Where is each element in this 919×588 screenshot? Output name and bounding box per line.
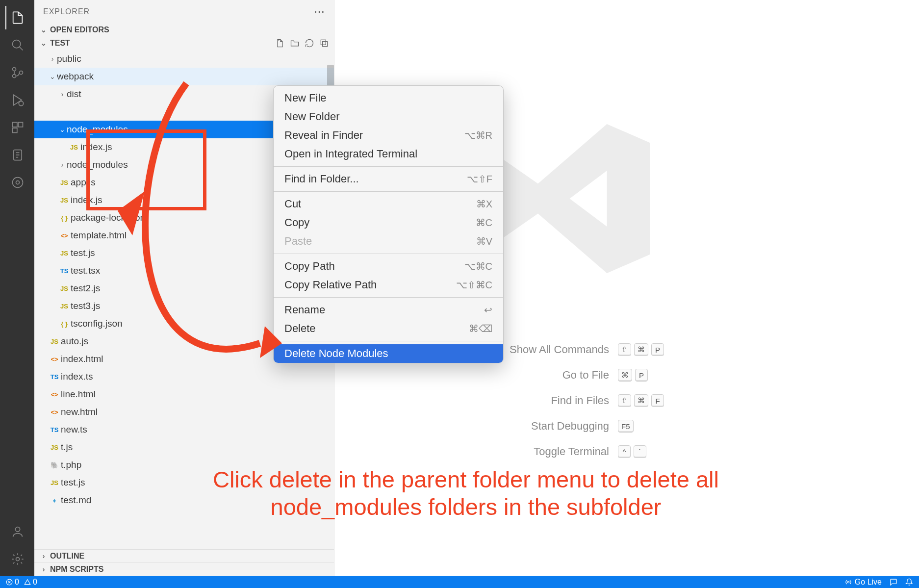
activity-scm-icon[interactable] [5,61,29,84]
welcome-find-files: Find in Files ⇧⌘F [467,394,664,407]
file-t-js[interactable]: JSt.js [34,438,334,456]
welcome-toggle-term: Toggle Terminal ^` [467,445,664,458]
menu-delete[interactable]: Delete⌘⌫ [274,319,503,338]
keyboard-key: ⌘ [634,394,648,407]
menu-cut[interactable]: Cut⌘X [274,195,503,213]
status-bell-icon[interactable] [905,578,913,586]
annotation-text: Click delete in the parent folder menu t… [74,466,858,521]
npm-scripts-section[interactable]: ›NPM SCRIPTS [34,562,334,576]
menu-new-folder[interactable]: New Folder [274,107,503,126]
menu-delete-node-modules[interactable]: Delete Node Modules [274,344,503,363]
keyboard-key: F [651,394,664,407]
status-go-live[interactable]: Go Live [845,578,882,587]
welcome-debug: Start Debugging F5 [467,420,664,433]
file-line-html[interactable]: <>line.html [34,385,334,403]
workspace-section[interactable]: ⌄TEST [34,36,334,50]
welcome-go-file: Go to File ⌘P [467,369,664,382]
svg-point-26 [847,581,849,583]
status-warnings[interactable]: 0 [24,578,37,587]
svg-point-5 [19,101,23,105]
menu-paste: Paste⌘V [274,232,503,251]
keyboard-key: ` [634,445,646,458]
svg-point-13 [13,178,23,188]
svg-rect-7 [18,123,23,127]
svg-line-1 [20,47,23,51]
explorer-header: EXPLORER ⋯ [34,0,334,24]
menu-copy-rel-path[interactable]: Copy Relative Path⌥⇧⌘C [274,276,503,294]
svg-rect-6 [13,123,17,127]
keyboard-key: ^ [618,445,631,458]
explorer-more-icon[interactable]: ⋯ [314,5,325,18]
svg-rect-20 [323,42,328,47]
context-menu: New File New Folder Reveal in Finder⌥⌘R … [273,85,504,363]
file-index-ts[interactable]: TSindex.ts [34,368,334,385]
keyboard-key: P [635,369,648,382]
activity-debug-icon[interactable] [5,88,29,112]
folder-public[interactable]: ›public [34,50,334,68]
outline-section[interactable]: ›OUTLINE [34,549,334,562]
svg-point-3 [13,75,16,78]
menu-open-terminal[interactable]: Open in Integrated Terminal [274,145,503,163]
new-folder-icon[interactable] [290,38,300,48]
outline-label: OUTLINE [50,552,84,561]
svg-rect-8 [13,128,17,132]
svg-point-4 [20,71,23,75]
activity-extensions-icon[interactable] [5,116,29,139]
keyboard-key: F5 [618,420,634,433]
svg-rect-19 [321,40,326,45]
svg-point-15 [15,527,20,532]
menu-find-folder[interactable]: Find in Folder...⌥⇧F [274,170,503,188]
keyboard-key: ⌘ [634,343,648,356]
svg-point-16 [16,558,20,561]
open-editors-section[interactable]: ⌄OPEN EDITORS [34,24,334,36]
status-feedback-icon[interactable] [890,578,897,586]
menu-new-file[interactable]: New File [274,89,503,107]
activity-bar [0,0,34,576]
menu-rename[interactable]: Rename↩ [274,301,503,319]
keyboard-key: ⇧ [618,343,631,356]
status-bar: 0 0 Go Live [0,576,919,588]
status-errors[interactable]: 0 [6,578,19,587]
keyboard-key: P [651,343,664,356]
refresh-icon[interactable] [305,38,314,48]
svg-point-14 [16,181,20,184]
menu-copy-path[interactable]: Copy Path⌥⌘C [274,257,503,276]
new-file-icon[interactable] [275,38,285,48]
file-new-html[interactable]: <>new.html [34,403,334,421]
activity-search-icon[interactable] [5,33,29,57]
file-new-ts[interactable]: TSnew.ts [34,421,334,438]
explorer-title: EXPLORER [43,7,90,16]
collapse-icon[interactable] [319,38,329,48]
menu-copy[interactable]: Copy⌘C [274,213,503,232]
npm-scripts-label: NPM SCRIPTS [50,565,103,574]
folder-webpack[interactable]: ⌄webpack [34,68,334,85]
menu-reveal-finder[interactable]: Reveal in Finder⌥⌘R [274,126,503,145]
keyboard-key: ⇧ [618,394,631,407]
workspace-label: TEST [50,39,70,48]
activity-explorer-icon[interactable] [5,6,29,29]
activity-gitlens-icon[interactable] [5,171,29,194]
svg-point-2 [13,68,16,71]
activity-settings-icon[interactable] [5,547,29,571]
activity-account-icon[interactable] [5,520,29,543]
activity-todo-icon[interactable] [5,143,29,167]
svg-point-0 [13,40,21,48]
keyboard-key: ⌘ [618,369,632,382]
open-editors-label: OPEN EDITORS [50,26,109,34]
